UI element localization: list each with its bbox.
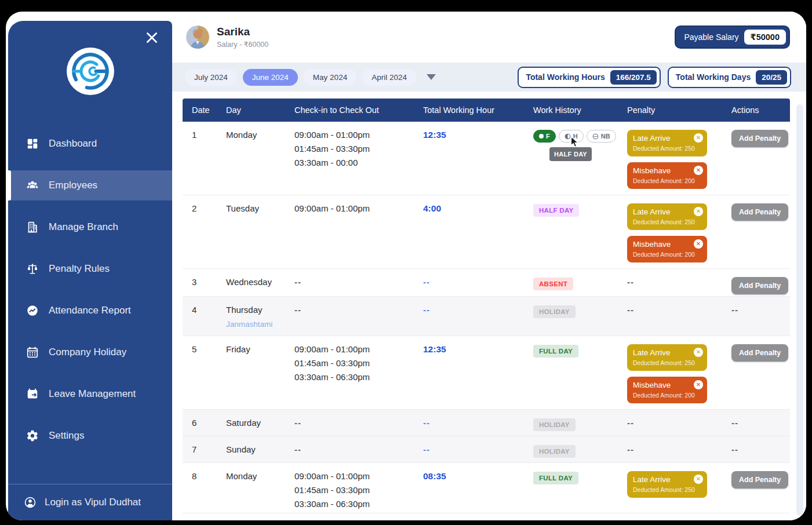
no-break-circle-icon <box>592 133 599 140</box>
month-tab-april-2024[interactable]: April 2024 <box>362 69 416 86</box>
penalty-card-late-arrive: Late ArriveDeducted Amount: 250✕ <box>627 471 707 498</box>
date-cell: 3 <box>183 269 226 296</box>
column-header-total-working-hour: Total Working Hour <box>423 105 533 115</box>
date-cell: 8 <box>183 463 226 513</box>
add-penalty-button[interactable]: Add Penalty <box>731 344 788 362</box>
remove-penalty-button[interactable]: ✕ <box>694 348 703 357</box>
add-penalty-button[interactable]: Add Penalty <box>731 130 788 147</box>
checkin-checkout-cell: -- <box>294 269 423 296</box>
sidebar-item-employees[interactable]: Employees <box>8 170 172 200</box>
month-tab-june-2024[interactable]: June 2024 <box>243 69 298 86</box>
actions-cell: Add Penalty <box>731 195 790 268</box>
total-pill-value: 20/25 <box>756 70 787 85</box>
penalty-cell: -- <box>627 410 731 436</box>
checkin-checkout-line: 01:45am - 03:30pm <box>294 144 423 154</box>
penalty-cell: -- <box>627 269 731 296</box>
penalty-name: Late Arrive <box>633 475 701 484</box>
remove-penalty-button[interactable]: ✕ <box>694 380 703 389</box>
sidebar-item-settings[interactable]: Settings <box>8 421 172 451</box>
checkin-checkout-line: 09:00am - 01:00pm <box>294 344 423 354</box>
remove-penalty-button[interactable]: ✕ <box>694 166 703 175</box>
month-tabs: July 2024June 2024May 2024April 2024 <box>185 69 416 86</box>
sidebar-item-attendance-report[interactable]: Attendance Report <box>8 296 172 326</box>
close-icon[interactable] <box>144 30 159 45</box>
total-working-hour-cell: -- <box>423 269 533 296</box>
day-label: Wednesday <box>226 277 294 287</box>
checkin-checkout-line: 03:30am - 06:30pm <box>294 499 423 509</box>
sidebar-item-label: Penalty Rules <box>49 263 110 275</box>
add-penalty-button[interactable]: Add Penalty <box>731 203 788 221</box>
sidebar-item-penalty-rules[interactable]: Penalty Rules <box>8 254 172 284</box>
penalty-cell: Late ArriveDeducted Amount: 250✕Misbehav… <box>627 336 731 409</box>
sidebar-item-company-holiday[interactable]: Company Holiday <box>8 337 172 367</box>
work-status-f-button[interactable]: F <box>533 130 556 143</box>
checkin-checkout-line: 01:45am - 03:30pm <box>294 358 423 368</box>
sidebar-item-dashboard[interactable]: Dashboard <box>8 129 172 159</box>
penalty-name: Misbehave <box>633 166 701 175</box>
status-badge: FULL DAY <box>533 472 578 484</box>
actions-cell: Add Penalty <box>731 122 790 195</box>
empty-value: -- <box>294 277 301 287</box>
remove-penalty-button[interactable]: ✕ <box>694 239 703 249</box>
penalty-name: Late Arrive <box>633 134 701 143</box>
sidebar-item-manage-branch[interactable]: Manage Branch <box>8 212 172 242</box>
day-cell: Monday <box>226 463 294 513</box>
day-cell: Saturday <box>226 410 294 436</box>
day-label: Sunday <box>226 444 294 454</box>
remove-penalty-button[interactable]: ✕ <box>694 475 703 484</box>
company-logo <box>67 48 114 95</box>
company-logo-icon <box>67 48 114 94</box>
sidebar-item-label: Employees <box>49 180 97 191</box>
main-content: Sarika Salary - ₹60000 Payable Salary ₹5… <box>172 12 806 520</box>
remove-penalty-button[interactable]: ✕ <box>694 133 703 143</box>
empty-value: -- <box>627 305 634 315</box>
penalty-deducted-amount: Deducted Amount: 250 <box>633 359 701 366</box>
column-header-penalty: Penalty <box>627 105 731 115</box>
checkin-checkout-line: 03:30am - 06:30pm <box>294 372 423 382</box>
sidebar-item-label: Leave Management <box>49 388 136 400</box>
penalty-deducted-amount: Deducted Amount: 200 <box>633 177 701 184</box>
chevron-down-icon[interactable] <box>427 74 436 80</box>
sidebar-item-leave-management[interactable]: Leave Management <box>8 379 172 409</box>
day-cell: Wednesday <box>226 269 294 296</box>
work-history-cell: HOLIDAY <box>533 436 627 462</box>
penalty-deducted-amount: Deducted Amount: 200 <box>633 251 701 258</box>
checkin-checkout-cell: -- <box>294 436 423 462</box>
remove-penalty-button[interactable]: ✕ <box>694 207 703 216</box>
sidebar-item-label: Settings <box>49 430 84 442</box>
date-cell: 1 <box>183 122 226 195</box>
total-working-hour-cell: 08:35 <box>423 463 533 513</box>
checkin-checkout-cell: -- <box>294 297 423 336</box>
table-row: 9Monday09:00am - 06:30pm08:30FULL DAYAdd… <box>183 513 790 520</box>
branch-icon <box>26 220 39 234</box>
checkin-checkout-line: 09:00am - 01:00pm <box>294 203 423 213</box>
total-working-hour-cell: -- <box>423 410 533 436</box>
month-tab-july-2024[interactable]: July 2024 <box>185 69 237 86</box>
add-penalty-button[interactable]: Add Penalty <box>731 471 788 488</box>
work-history-cell: HALF DAY <box>533 195 627 268</box>
total-pill-value: 166/207.5 <box>610 70 657 85</box>
empty-value: -- <box>294 418 301 428</box>
checkin-checkout-cell: -- <box>294 410 423 436</box>
total-working-hour-cell: -- <box>423 297 533 336</box>
penalty-deducted-amount: Deducted Amount: 250 <box>633 218 701 225</box>
actions-cell: -- <box>731 410 790 436</box>
table-body: 1Monday09:00am - 01:00pm01:45am - 03:30p… <box>183 122 790 520</box>
employee-salary: Salary - ₹60000 <box>217 40 268 49</box>
work-history-cell: FHNBHALF DAY <box>533 122 627 195</box>
date-cell: 4 <box>183 297 226 336</box>
empty-value: -- <box>731 305 738 315</box>
date-cell: 9 <box>183 513 226 520</box>
sidebar-item-label: Manage Branch <box>49 221 118 233</box>
total-working-hour-cell: 12:35 <box>423 122 533 195</box>
month-tab-may-2024[interactable]: May 2024 <box>304 69 356 86</box>
actions-cell: -- <box>731 436 790 462</box>
vertical-scrollbar[interactable] <box>796 104 803 516</box>
add-penalty-button[interactable]: Add Penalty <box>731 277 788 294</box>
total-pill-label: Total Working Hours <box>526 72 605 82</box>
total-working-hour-value: -- <box>423 277 430 287</box>
work-status-nb-button[interactable]: NB <box>587 130 616 143</box>
status-badge: ABSENT <box>533 278 573 290</box>
cursor-icon <box>570 136 580 150</box>
sidebar-item-login-as[interactable]: Login as Vipul Dudhat <box>8 484 172 520</box>
